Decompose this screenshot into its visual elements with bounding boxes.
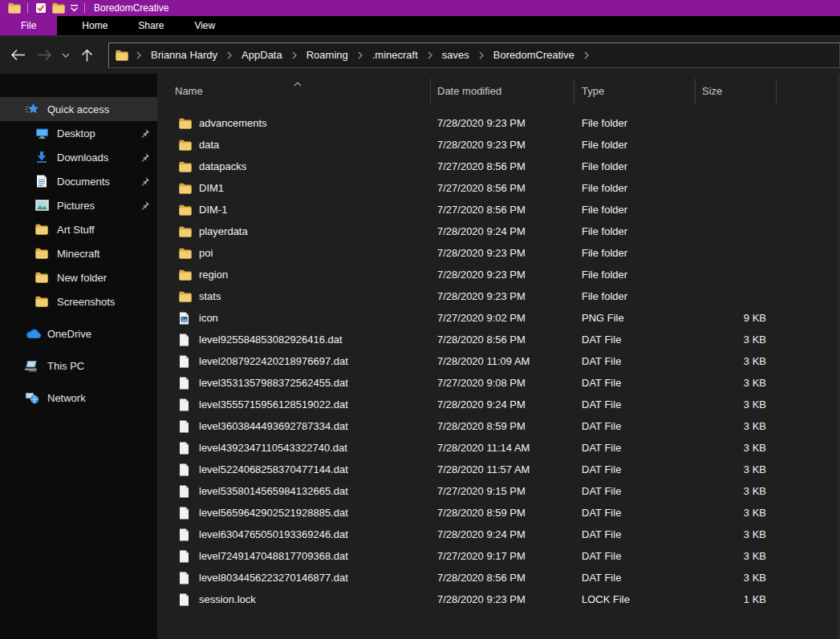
file-row[interactable]: level5659642902521928885.dat 7/28/2020 8… (157, 502, 840, 524)
breadcrumb-chevron-icon[interactable] (222, 51, 237, 59)
sidebar-item-label: Minecraft (57, 248, 99, 260)
sidebar-item-screenshots[interactable]: Screenshots (0, 289, 157, 313)
file-row[interactable]: datapacks 7/27/2020 8:56 PM File folder (157, 156, 840, 177)
file-row[interactable]: level5224068258370477144.dat 7/28/2020 1… (157, 459, 840, 480)
sidebar-item-new-folder[interactable]: New folder (0, 265, 157, 289)
file-row[interactable]: DIM1 7/27/2020 8:56 PM File folder (157, 177, 840, 199)
file-row[interactable]: level8034456223270146877.dat 7/28/2020 8… (157, 567, 840, 588)
file-row[interactable]: poi 7/28/2020 9:23 PM File folder (157, 242, 840, 264)
column-header-name[interactable]: Name (175, 85, 203, 97)
file-type: DAT File (582, 459, 692, 480)
tab-view[interactable]: View (182, 16, 227, 35)
column-separator[interactable] (776, 79, 777, 104)
address-bar[interactable]: Brianna HardyAppDataRoaming.minecraftsav… (108, 42, 840, 68)
forward-icon[interactable] (31, 41, 57, 70)
file-name: DIM1 (199, 177, 427, 199)
back-icon[interactable] (4, 41, 31, 70)
breadcrumb-chevron-icon[interactable] (287, 51, 302, 59)
file-row[interactable]: level925584853082926416.dat 7/28/2020 8:… (157, 329, 840, 350)
folder-icon (32, 248, 51, 259)
sidebar-item-downloads[interactable]: Downloads (0, 145, 157, 169)
tab-home[interactable]: Home (70, 16, 120, 35)
breadcrumb-chevron-icon[interactable] (423, 51, 437, 59)
sidebar-item-network[interactable]: Network (0, 386, 157, 410)
breadcrumb-chevron-icon[interactable] (474, 51, 489, 59)
file-type: File folder (582, 156, 692, 177)
file-row[interactable]: icon 7/27/2020 9:02 PM PNG File 9 KB (157, 307, 840, 329)
navigation-pane: Quick access Desktop Downloads Documents… (0, 74, 157, 639)
file-name: level3531357988372562455.dat (199, 372, 427, 394)
column-header-type[interactable]: Type (582, 85, 604, 97)
breadcrumb-chevron-icon[interactable] (579, 51, 594, 59)
new-folder-icon[interactable] (50, 0, 67, 16)
file-date-modified: 7/28/2020 8:56 PM (437, 329, 572, 350)
column-separator[interactable] (574, 79, 574, 104)
sidebar-item-onedrive[interactable]: OneDrive (0, 322, 157, 346)
folder-icon (179, 264, 192, 285)
sidebar-item-label: New folder (57, 272, 107, 284)
quick-access-icon (22, 103, 42, 115)
file-row[interactable]: playerdata 7/28/2020 9:24 PM File folder (157, 220, 840, 242)
file-row[interactable]: level2087922420218976697.dat 7/28/2020 1… (157, 350, 840, 372)
file-row[interactable]: level3555715956128519022.dat 7/28/2020 9… (157, 394, 840, 415)
file-row[interactable]: DIM-1 7/27/2020 8:56 PM File folder (157, 199, 840, 220)
breadcrumb-chevron-icon[interactable] (353, 51, 367, 59)
file-size: 3 KB (698, 350, 766, 372)
breadcrumb-item[interactable]: BoredomCreative (489, 49, 579, 61)
up-icon[interactable] (75, 41, 99, 70)
breadcrumb-item[interactable]: Roaming (302, 49, 353, 61)
column-separator[interactable] (695, 79, 696, 104)
sidebar-item-quick-access[interactable]: Quick access (0, 97, 157, 121)
tab-share[interactable]: Share (126, 16, 176, 35)
column-header-date-modified[interactable]: Date modified (437, 85, 501, 97)
file-name: stats (199, 285, 427, 307)
file-date-modified: 7/28/2020 9:23 PM (437, 242, 572, 264)
breadcrumb-item[interactable]: .minecraft (367, 49, 423, 61)
file-date-modified: 7/28/2020 11:57 AM (437, 459, 572, 480)
file-icon (179, 502, 189, 524)
png-file-icon (179, 307, 189, 329)
file-name: poi (199, 242, 427, 264)
breadcrumb-chevron-icon[interactable] (132, 51, 146, 59)
tab-file[interactable]: File (0, 16, 57, 35)
file-icon (179, 329, 189, 350)
explorer-folder-icon[interactable] (6, 0, 23, 16)
file-row[interactable]: advancements 7/28/2020 9:23 PM File fold… (157, 112, 840, 134)
folder-icon (179, 242, 192, 264)
file-row[interactable]: level6304765050193369246.dat 7/28/2020 9… (157, 524, 840, 545)
column-header-size[interactable]: Size (702, 85, 722, 97)
file-type: DAT File (582, 502, 692, 524)
file-row[interactable]: data 7/28/2020 9:23 PM File folder (157, 134, 840, 156)
customize-qat-chevron-icon[interactable] (67, 0, 80, 16)
file-row[interactable]: region 7/28/2020 9:23 PM File folder (157, 264, 840, 285)
file-row[interactable]: level5358014565984132665.dat 7/27/2020 9… (157, 480, 840, 502)
breadcrumb-item[interactable]: AppData (237, 49, 287, 61)
file-row[interactable]: session.lock 7/28/2020 9:23 PM LOCK File… (157, 588, 840, 610)
file-size (698, 242, 766, 264)
window-title: BoredomCreative (94, 2, 168, 14)
file-row[interactable]: stats 7/28/2020 9:23 PM File folder (157, 285, 840, 307)
properties-check-icon[interactable] (32, 0, 50, 16)
sidebar-item-pictures[interactable]: Pictures (0, 193, 157, 217)
sidebar-item-minecraft[interactable]: Minecraft (0, 241, 157, 265)
sidebar-item-this-pc[interactable]: This PC (0, 354, 157, 378)
file-row[interactable]: level4392347110543322740.dat 7/28/2020 1… (157, 437, 840, 459)
breadcrumb-item[interactable]: Brianna Hardy (146, 49, 222, 61)
sidebar-item-art-stuff[interactable]: Art Stuff (0, 217, 157, 241)
file-type: DAT File (582, 394, 692, 415)
file-icon (179, 437, 189, 459)
column-separator[interactable] (430, 79, 431, 104)
recent-locations-chevron-icon[interactable] (57, 41, 75, 70)
file-row[interactable]: level3603844493692787334.dat 7/28/2020 8… (157, 415, 840, 437)
folder-icon (32, 296, 51, 307)
desktop-icon (32, 127, 51, 140)
sidebar-item-documents[interactable]: Documents (0, 169, 157, 193)
file-type: File folder (582, 285, 692, 307)
sidebar-item-desktop[interactable]: Desktop (0, 121, 157, 145)
file-size: 3 KB (698, 480, 766, 502)
sort-ascending-icon[interactable] (294, 75, 302, 90)
file-name: datapacks (199, 156, 427, 177)
breadcrumb-item[interactable]: saves (437, 49, 474, 61)
file-row[interactable]: level3531357988372562455.dat 7/27/2020 9… (157, 372, 840, 394)
file-row[interactable]: level7249147048817709368.dat 7/27/2020 9… (157, 545, 840, 567)
